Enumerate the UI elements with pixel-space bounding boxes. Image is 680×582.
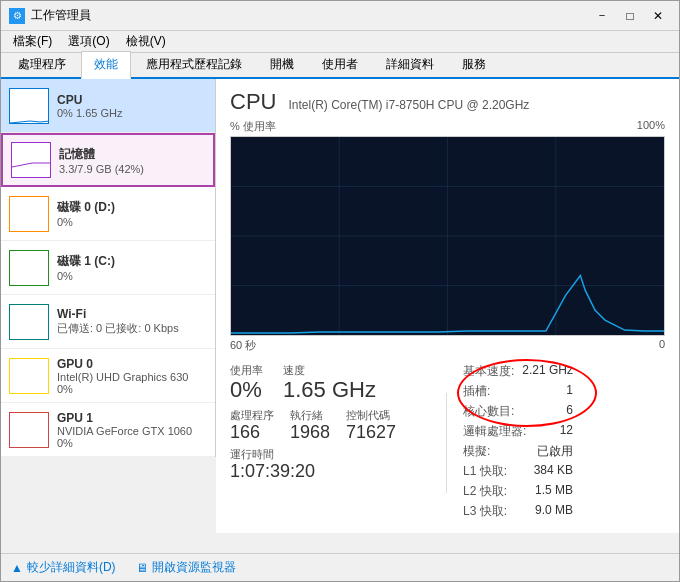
info-l3: L3 快取: 9.0 MB [463, 503, 573, 520]
menu-view[interactable]: 檢視(V) [118, 31, 174, 52]
l3-key: L3 快取: [463, 503, 507, 520]
left-item-gpu0[interactable]: GPU 0 Intel(R) UHD Graphics 630 0% [1, 349, 215, 403]
less-detail-link[interactable]: ▲ 較少詳細資料(D) [11, 559, 116, 576]
cpu-subtitle: Intel(R) Core(TM) i7-8750H CPU @ 2.20GHz [288, 98, 529, 112]
minimize-button[interactable]: － [589, 6, 615, 26]
handle-stat-label: 控制代碼 [346, 408, 396, 423]
virt-key: 模擬: [463, 443, 490, 460]
left-item-gpu1[interactable]: GPU 1 NVIDIA GeForce GTX 1060 0% [1, 403, 215, 457]
left-panel-wrapper: CPU 0% 1.65 GHz 記憶體 3.3/7.9 GB (42%) [1, 79, 216, 553]
bottom-stats: 處理程序 166 執行緒 1968 控制代碼 71627 [230, 408, 430, 443]
info-socket: 插槽: 1 [463, 383, 573, 400]
gpu1-info: GPU 1 NVIDIA GeForce GTX 1060 0% [57, 411, 207, 449]
speed-stat-label: 速度 [283, 363, 376, 378]
speed-stat: 速度 1.65 GHz [283, 363, 376, 402]
cpu-label: CPU [57, 93, 207, 107]
tab-details[interactable]: 詳細資料 [373, 51, 447, 77]
cpu-chart [230, 136, 665, 336]
stats-divider [446, 393, 447, 493]
thread-stat: 執行緒 1968 [290, 408, 330, 443]
speed-stat-value: 1.65 GHz [283, 378, 376, 402]
memory-label: 記憶體 [59, 146, 205, 163]
maximize-button[interactable]: □ [617, 6, 643, 26]
disk1-label: 磁碟 1 (C:) [57, 253, 207, 270]
tab-startup[interactable]: 開機 [257, 51, 307, 77]
cpu-mini-graph [9, 88, 49, 124]
cores-val: 6 [566, 403, 573, 420]
right-panel: CPU Intel(R) Core(TM) i7-8750H CPU @ 2.2… [216, 79, 679, 533]
disk0-info: 磁碟 0 (D:) 0% [57, 199, 207, 228]
chevron-up-icon: ▲ [11, 561, 23, 575]
open-monitor-text: 開啟資源監視器 [152, 559, 236, 576]
monitor-icon: 🖥 [136, 561, 148, 575]
info-logical: 邏輯處理器: 12 [463, 423, 573, 440]
stats-left: 使用率 0% 速度 1.65 GHz 處理程序 166 [230, 363, 430, 482]
top-stats: 使用率 0% 速度 1.65 GHz [230, 363, 430, 402]
l2-key: L2 快取: [463, 483, 507, 500]
handle-stat-value: 71627 [346, 423, 396, 443]
menu-options[interactable]: 選項(O) [60, 31, 117, 52]
menu-file[interactable]: 檔案(F) [5, 31, 60, 52]
gpu0-sub1: Intel(R) UHD Graphics 630 [57, 371, 207, 383]
right-header: CPU Intel(R) Core(TM) i7-8750H CPU @ 2.2… [230, 89, 665, 115]
window-title: 工作管理員 [31, 7, 589, 24]
gpu1-mini-graph [9, 412, 49, 448]
l1-key: L1 快取: [463, 463, 507, 480]
disk0-sub: 0% [57, 216, 207, 228]
virt-val: 已啟用 [537, 443, 573, 460]
memory-mini-graph [11, 142, 51, 178]
left-item-memory[interactable]: 記憶體 3.3/7.9 GB (42%) [1, 133, 215, 187]
left-item-wifi[interactable]: Wi-Fi 已傳送: 0 已接收: 0 Kbps [1, 295, 215, 349]
wifi-mini-graph [9, 304, 49, 340]
l3-val: 9.0 MB [535, 503, 573, 520]
stats-info-container: 使用率 0% 速度 1.65 GHz 處理程序 166 [230, 363, 665, 523]
main-window: ⚙ 工作管理員 － □ ✕ 檔案(F) 選項(O) 檢視(V) 處理程序 效能 … [0, 0, 680, 582]
base-speed-val: 2.21 GHz [522, 363, 573, 380]
left-item-disk1[interactable]: 磁碟 1 (C:) 0% [1, 241, 215, 295]
left-item-disk0[interactable]: 磁碟 0 (D:) 0% [1, 187, 215, 241]
socket-key: 插槽: [463, 383, 490, 400]
runtime-value: 1:07:39:20 [230, 462, 430, 482]
disk0-mini-graph [9, 196, 49, 232]
tab-performance[interactable]: 效能 [81, 51, 131, 79]
gpu0-label: GPU 0 [57, 357, 207, 371]
cpu-sub: 0% 1.65 GHz [57, 107, 207, 119]
runtime-block: 運行時間 1:07:39:20 [230, 447, 430, 482]
cores-key: 核心數目: [463, 403, 514, 420]
socket-val: 1 [566, 383, 573, 400]
gpu0-mini-graph [9, 358, 49, 394]
info-grid: 基本速度: 2.21 GHz 插槽: 1 核心數目: 6 [463, 363, 573, 520]
thread-stat-label: 執行緒 [290, 408, 330, 423]
close-button[interactable]: ✕ [645, 6, 671, 26]
content-area: CPU 0% 1.65 GHz 記憶體 3.3/7.9 GB (42%) [1, 79, 679, 553]
tab-services[interactable]: 服務 [449, 51, 499, 77]
window-controls: － □ ✕ [589, 6, 671, 26]
disk1-info: 磁碟 1 (C:) 0% [57, 253, 207, 282]
info-l2: L2 快取: 1.5 MB [463, 483, 573, 500]
process-stat: 處理程序 166 [230, 408, 274, 443]
app-icon: ⚙ [9, 8, 25, 24]
gpu1-sub2: 0% [57, 437, 207, 449]
info-cores: 核心數目: 6 [463, 403, 573, 420]
process-stat-label: 處理程序 [230, 408, 274, 423]
disk1-mini-graph [9, 250, 49, 286]
info-virt: 模擬: 已啟用 [463, 443, 573, 460]
left-item-cpu[interactable]: CPU 0% 1.65 GHz [1, 79, 215, 133]
handle-stat: 控制代碼 71627 [346, 408, 396, 443]
info-grid-wrapper: 基本速度: 2.21 GHz 插槽: 1 核心數目: 6 [463, 363, 573, 523]
time-start-label: 60 秒 [230, 338, 256, 353]
l2-val: 1.5 MB [535, 483, 573, 500]
l1-val: 384 KB [534, 463, 573, 480]
menu-bar: 檔案(F) 選項(O) 檢視(V) [1, 31, 679, 53]
tab-users[interactable]: 使用者 [309, 51, 371, 77]
thread-stat-value: 1968 [290, 423, 330, 443]
tab-app-history[interactable]: 應用程式歷程記錄 [133, 51, 255, 77]
base-speed-key: 基本速度: [463, 363, 514, 380]
usage-label: % 使用率 [230, 119, 276, 134]
memory-info: 記憶體 3.3/7.9 GB (42%) [59, 146, 205, 175]
cpu-title: CPU [230, 89, 276, 115]
gpu1-label: GPU 1 [57, 411, 207, 425]
usage-stat-label: 使用率 [230, 363, 263, 378]
open-monitor-link[interactable]: 🖥 開啟資源監視器 [136, 559, 236, 576]
tab-processes[interactable]: 處理程序 [5, 51, 79, 77]
